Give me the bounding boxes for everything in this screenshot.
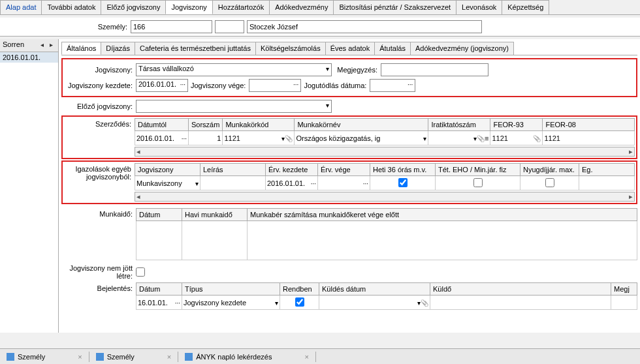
tab-jogviszony[interactable]: Jogviszony	[165, 0, 212, 14]
close-icon[interactable]: ×	[304, 353, 308, 361]
vege-date[interactable]	[249, 79, 301, 92]
h36-checkbox[interactable]	[398, 178, 408, 187]
paperclip-icon[interactable]	[285, 134, 293, 142]
sidebar-item[interactable]: 2016.01.01.	[0, 52, 58, 63]
dots-icon	[180, 80, 185, 91]
table-row[interactable]: 2016.01.01. 1 1121 Országos közigazgatás…	[135, 131, 635, 145]
table-row[interactable]: 16.01.01. Jogviszony kezdete	[136, 296, 637, 310]
jogv-select[interactable]: Társas vállalkozó	[136, 63, 332, 76]
scrollbar[interactable]: ◂▸	[135, 147, 635, 157]
chevron-down-icon[interactable]	[423, 134, 426, 142]
rendben-checkbox[interactable]	[295, 297, 304, 307]
itab-adokedv-jogv[interactable]: Adókedvezmény (jogviszony)	[410, 42, 514, 55]
dots-icon	[293, 80, 298, 91]
bejel-label: Bejelentés:	[61, 282, 136, 310]
sidebar-nav-right[interactable]: ▸	[46, 41, 56, 50]
itab-atutalas[interactable]: Átutalás	[374, 42, 411, 55]
ftab-szemely-1[interactable]: Személy×	[0, 352, 89, 362]
vege-label: Jogviszony vége:	[191, 82, 249, 89]
munkaido-label: Munkaidő:	[61, 208, 136, 260]
dots-icon[interactable]	[182, 134, 187, 142]
chevron-down-icon	[326, 101, 329, 112]
inner-tab-bar: Általános Díjazás Cafeteria és természet…	[61, 42, 637, 55]
dots-icon	[408, 80, 413, 91]
kezd-date[interactable]: 2016.01.01.	[136, 79, 188, 92]
tab-elozo-jogv[interactable]: Előző jogviszony	[101, 0, 166, 14]
jogv-label: Jogviszony:	[64, 66, 136, 74]
dots-icon[interactable]	[175, 299, 180, 307]
person-icon	[7, 353, 14, 361]
szerzodes-label: Szerződés:	[64, 118, 135, 157]
kezd-label: Jogviszony kezdete:	[64, 82, 136, 89]
jogut-date[interactable]	[370, 79, 415, 92]
footer-tab-bar: Személy× Személy× ÁNYK napló lekérdezés×	[0, 348, 640, 364]
person-icon	[96, 353, 104, 361]
tab-kepzettseg[interactable]: Képzettség	[502, 0, 549, 14]
chevron-down-icon[interactable]	[195, 179, 199, 187]
tab-adokedv[interactable]: Adókedvezmény	[269, 0, 334, 14]
close-icon[interactable]: ×	[78, 353, 82, 361]
close-icon[interactable]: ×	[167, 353, 171, 361]
tab-hozzatartozok[interactable]: Hozzátartozók	[212, 0, 270, 14]
nemjott-label: Jogviszony nem jött létre:	[61, 264, 136, 280]
munkaido-grid: Dátum Havi munkaidő Munkabér számítása m…	[136, 208, 637, 260]
person-label: Személy:	[91, 23, 131, 31]
jogut-label: Jogutódlás dátuma:	[304, 82, 370, 89]
top-tab-bar: Alap adat További adatok Előző jogviszon…	[0, 0, 640, 15]
tab-tovabbi[interactable]: További adatok	[41, 0, 101, 14]
elozo-select[interactable]	[136, 100, 332, 113]
szerzodes-grid: Dátumtól Sorszám Munkakörkód Munkakörnév…	[135, 118, 635, 145]
itab-koltseg[interactable]: Költségelszámolás	[255, 42, 326, 55]
tab-alap-adat[interactable]: Alap adat	[0, 0, 42, 14]
person-name-input[interactable]	[247, 20, 482, 33]
sidebar: Sorren ◂▸ 2016.01.01.	[0, 39, 59, 333]
doc-icon	[185, 353, 193, 361]
dots-icon[interactable]	[363, 179, 368, 187]
paperclip-icon[interactable]	[477, 134, 485, 142]
tab-biztositas[interactable]: Biztosítási pénztár / Szakszervezet	[333, 0, 456, 14]
person-middle-input[interactable]	[215, 20, 244, 33]
sidebar-header: Sorren	[3, 40, 24, 50]
itab-cafeteria[interactable]: Cafeteria és természetbeni juttatás	[135, 42, 256, 55]
scrollbar[interactable]: ◂▸	[135, 192, 635, 202]
ny-checkbox[interactable]	[545, 178, 554, 187]
itab-altalanos[interactable]: Általános	[61, 42, 101, 55]
person-id-input[interactable]	[131, 20, 212, 33]
chevron-down-icon	[326, 65, 329, 75]
dots-icon[interactable]	[311, 179, 316, 187]
megj-input[interactable]	[381, 63, 488, 76]
bejel-grid: Dátum Típus Rendben Küldés dátum Küldő M…	[136, 282, 637, 310]
igazol-grid: Jogviszony Leírás Érv. kezdete Érv. vége…	[135, 163, 635, 190]
itab-eves[interactable]: Éves adatok	[325, 42, 376, 55]
tab-levonasok[interactable]: Levonások	[456, 0, 502, 14]
ftab-anyk[interactable]: ÁNYK napló lekérdezés×	[178, 352, 316, 362]
table-row[interactable]	[136, 221, 637, 260]
doc-icon[interactable]: ≡	[485, 134, 488, 142]
elozo-label: Előző jogviszony:	[61, 102, 136, 110]
sidebar-nav-left[interactable]: ◂	[37, 41, 46, 50]
igazol-label: Igazolások egyéb jogviszonyból:	[64, 163, 135, 202]
nemjott-checkbox[interactable]	[136, 267, 145, 277]
table-row[interactable]: Munkaviszony 2016.01.01.	[135, 176, 635, 190]
chevron-down-icon[interactable]	[275, 299, 278, 307]
paperclip-icon[interactable]	[533, 134, 541, 142]
ftab-szemely-2[interactable]: Személy×	[89, 352, 179, 362]
itab-dijazas[interactable]: Díjazás	[101, 42, 135, 55]
teh-checkbox[interactable]	[473, 178, 483, 187]
paperclip-icon[interactable]	[421, 299, 428, 307]
megj-label: Megjegyzés:	[332, 66, 381, 74]
